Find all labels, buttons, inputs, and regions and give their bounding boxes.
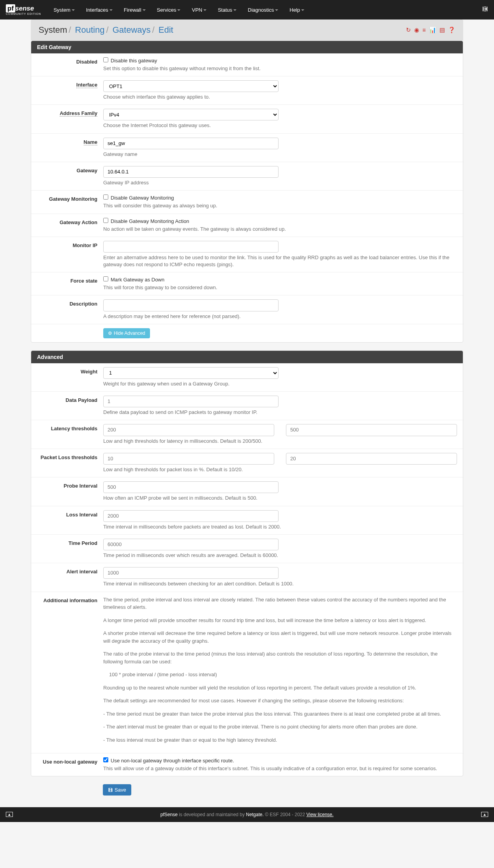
gateway-input[interactable] bbox=[103, 166, 279, 178]
loss-low-input[interactable] bbox=[103, 453, 274, 465]
addrfam-help: Choose the Internet Protocol this gatewa… bbox=[103, 122, 457, 129]
nav-system[interactable]: System bbox=[49, 3, 79, 17]
lossint-label: Loss Interval bbox=[66, 512, 97, 518]
probe-input[interactable] bbox=[103, 481, 279, 493]
action-label: Gateway Action bbox=[60, 219, 97, 225]
force-checkbox[interactable] bbox=[103, 276, 108, 281]
breadcrumb-edit[interactable]: Edit bbox=[159, 25, 173, 35]
payload-label: Data Payload bbox=[65, 397, 97, 403]
lossint-help: Time interval in milliseconds before pac… bbox=[103, 523, 457, 530]
name-label: Name bbox=[84, 139, 97, 145]
nav-help[interactable]: Help bbox=[285, 3, 309, 17]
breadcrumb-gateways[interactable]: Gateways bbox=[113, 25, 151, 35]
probe-label: Probe Interval bbox=[64, 483, 97, 489]
latency-low-input[interactable] bbox=[103, 424, 274, 436]
monitorip-help: Enter an alternative address here to be … bbox=[103, 254, 457, 268]
gateway-help: Gateway IP address bbox=[103, 179, 457, 186]
weight-help: Weight for this gateway when used in a G… bbox=[103, 380, 457, 387]
alert-input[interactable] bbox=[103, 567, 279, 579]
refresh-icon[interactable]: ↻ bbox=[406, 27, 411, 34]
breadcrumb-routing[interactable]: Routing bbox=[75, 25, 105, 35]
name-help: Gateway name bbox=[103, 151, 457, 158]
nonlocal-label: Use non-local gateway bbox=[43, 759, 97, 765]
period-input[interactable] bbox=[103, 539, 279, 550]
disabled-help: Set this option to disable this gateway … bbox=[103, 65, 457, 72]
top-navbar: pfsense COMMUNITY EDITION System Interfa… bbox=[0, 0, 494, 19]
nav-firewall[interactable]: Firewall bbox=[119, 3, 150, 17]
alert-help: Time interval in milliseconds between ch… bbox=[103, 580, 457, 587]
alert-label: Alert interval bbox=[67, 569, 97, 575]
addrfam-label: Address Family bbox=[60, 110, 97, 117]
period-help: Time period in milliseconds over which r… bbox=[103, 552, 457, 559]
force-checkbox-wrapper[interactable]: Mark Gateway as Down bbox=[103, 277, 164, 283]
license-link[interactable]: View license. bbox=[306, 812, 333, 817]
monitorip-input[interactable] bbox=[103, 241, 279, 253]
force-help: This will force this gateway to be consi… bbox=[103, 284, 457, 291]
monitoring-label: Gateway Monitoring bbox=[49, 196, 97, 202]
nonlocal-checkbox-wrapper[interactable]: Use non-local gateway through interface … bbox=[103, 758, 234, 764]
weight-label: Weight bbox=[81, 369, 97, 375]
addrfam-select[interactable]: IPv4 bbox=[103, 109, 279, 120]
save-icon bbox=[108, 787, 113, 792]
save-button[interactable]: Save bbox=[103, 784, 131, 796]
payload-help: Define data payload to send on ICMP pack… bbox=[103, 409, 457, 416]
logo[interactable]: pfsense COMMUNITY EDITION bbox=[6, 5, 41, 15]
edit-gateway-panel: Edit Gateway Disabled Disable this gatew… bbox=[31, 41, 463, 343]
header-action-icons: ↻ ◉ ≡ 📊 ▤ ❓ bbox=[406, 27, 455, 34]
record-icon[interactable]: ◉ bbox=[414, 27, 419, 34]
latency-high-input[interactable] bbox=[286, 424, 457, 436]
monitoring-checkbox-wrapper[interactable]: Disable Gateway Monitoring bbox=[103, 195, 174, 201]
monitorip-label: Monitor IP bbox=[72, 242, 97, 248]
disabled-label: Disabled bbox=[76, 59, 97, 65]
log-icon[interactable]: ▤ bbox=[439, 27, 445, 34]
disabled-checkbox[interactable] bbox=[103, 57, 108, 62]
action-checkbox-wrapper[interactable]: Disable Gateway Monitoring Action bbox=[103, 218, 189, 224]
force-label: Force state bbox=[71, 278, 97, 284]
lossint-input[interactable] bbox=[103, 510, 279, 522]
loss-label: Packet Loss thresholds bbox=[41, 454, 97, 460]
desc-label: Description bbox=[69, 301, 97, 307]
nav-vpn[interactable]: VPN bbox=[187, 3, 211, 17]
gear-icon bbox=[108, 331, 112, 336]
page-header: System/ Routing/ Gateways/ Edit ↻ ◉ ≡ 📊 … bbox=[31, 19, 463, 41]
addinfo-label: Additional information bbox=[43, 598, 97, 603]
footer-up-right-icon[interactable]: ▲ bbox=[481, 812, 488, 817]
probe-help: How often an ICMP probe will be sent in … bbox=[103, 495, 457, 502]
advanced-panel: Advanced Weight 1 Weight for this gatewa… bbox=[31, 350, 463, 777]
payload-input[interactable] bbox=[103, 396, 279, 407]
desc-help: A description may be entered here for re… bbox=[103, 313, 457, 320]
help-icon[interactable]: ❓ bbox=[448, 27, 455, 34]
logout-icon[interactable] bbox=[482, 6, 488, 14]
nonlocal-help: This will allow use of a gateway outside… bbox=[103, 765, 457, 772]
addinfo-content: The time period, probe interval and loss… bbox=[103, 596, 457, 750]
action-help: No action will be taken on gateway event… bbox=[103, 226, 457, 233]
action-checkbox[interactable] bbox=[103, 218, 108, 223]
name-input[interactable] bbox=[103, 138, 279, 149]
loss-help: Low and high thresholds for packet loss … bbox=[103, 466, 457, 473]
interface-select[interactable]: OPT1 bbox=[103, 80, 279, 92]
advanced-title: Advanced bbox=[31, 351, 463, 363]
breadcrumb: System/ Routing/ Gateways/ Edit bbox=[39, 25, 173, 35]
interface-label: Interface bbox=[76, 82, 97, 88]
desc-input[interactable] bbox=[103, 299, 279, 311]
nav-interfaces[interactable]: Interfaces bbox=[81, 3, 117, 17]
gateway-label: Gateway bbox=[77, 168, 97, 173]
hide-advanced-button[interactable]: Hide Advanced bbox=[103, 328, 150, 338]
monitoring-checkbox[interactable] bbox=[103, 194, 108, 200]
breadcrumb-system: System bbox=[39, 25, 67, 35]
nav-diagnostics[interactable]: Diagnostics bbox=[243, 3, 283, 17]
chart-icon[interactable]: 📊 bbox=[429, 27, 436, 34]
monitoring-help: This will consider this gateway as alway… bbox=[103, 202, 457, 209]
disabled-checkbox-wrapper[interactable]: Disable this gateway bbox=[103, 58, 157, 64]
loss-high-input[interactable] bbox=[286, 453, 457, 465]
interface-help: Choose which interface this gateway appl… bbox=[103, 94, 457, 101]
weight-select[interactable]: 1 bbox=[103, 367, 279, 379]
latency-label: Latency thresholds bbox=[51, 426, 97, 431]
sliders-icon[interactable]: ≡ bbox=[422, 27, 426, 34]
nav-menu: System Interfaces Firewall Services VPN … bbox=[49, 3, 482, 17]
nav-services[interactable]: Services bbox=[152, 3, 185, 17]
footer: ▲ pfSense is developed and maintained by… bbox=[0, 807, 494, 822]
nonlocal-checkbox[interactable] bbox=[103, 757, 108, 762]
footer-up-left-icon[interactable]: ▲ bbox=[6, 812, 13, 817]
nav-status[interactable]: Status bbox=[213, 3, 241, 17]
